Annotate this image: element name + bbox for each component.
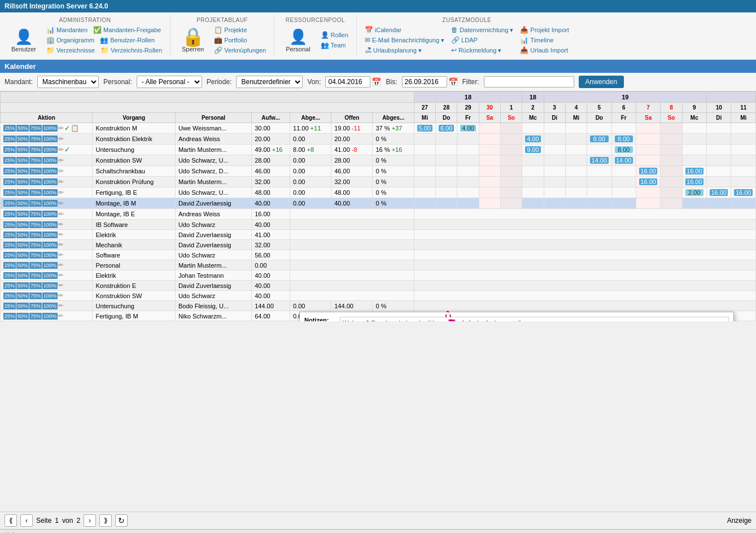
table-row[interactable]: 25% 50% 75% 100% ✏ Montage, IB E Andreas… [1, 209, 756, 220]
cal-mi2 [565, 123, 587, 134]
table-row[interactable]: 25%50%75%100%✏ ElektrikJohan Testmann40.… [1, 270, 756, 281]
table-row[interactable]: 25%50%75%100%✏ PersonalMartin Musterm...… [1, 260, 756, 270]
table-row[interactable]: 25%50%75%100%✏ Konstruktion EDavid Zuver… [1, 281, 756, 291]
table-row[interactable]: 25% 50% 75% 100% ✏ Konstruktion SW Udo S… [1, 155, 756, 166]
calendar-small-icon[interactable]: 📋 [71, 124, 79, 132]
table-row[interactable]: 25% 50% 75% 100% ✏ Montage, IB M David Z… [1, 198, 756, 209]
table-row[interactable]: 25%50%75%100%✏ UntersuchungBodo Fleissig… [1, 301, 756, 311]
ribbon-section-projektablauf: PROJEKTABLAUF 🔒 Sperren 📋 Projekte 💼 Por… [171, 15, 274, 57]
icon-100c[interactable]: 100% [42, 146, 58, 153]
bis-calendar-icon[interactable]: 📅 [448, 77, 458, 86]
table-row[interactable]: 25%50%75%100%✏ ElektrikDavid Zuverlaessi… [1, 230, 756, 240]
table-row[interactable]: 25% 50% 75% 100% ✏ ✓ Untersuchung Martin… [1, 145, 756, 155]
ribbon-item-personal[interactable]: 👤 Personal [281, 25, 314, 55]
ribbon-link-benutzer-rollen[interactable]: 👥 Benutzer-Rollen [99, 36, 156, 45]
ribbon-link-ldap[interactable]: 🔗 LDAP [450, 36, 479, 45]
last-page-button[interactable]: ⟫ [99, 514, 112, 527]
personal-select[interactable]: - Alle Personal - [137, 76, 202, 88]
ribbon-link-daten[interactable]: 🗑 Datenvernichtung ▾ [450, 25, 514, 34]
bis-date-input[interactable] [402, 76, 447, 88]
edit-icon-3[interactable]: ✏ [58, 146, 64, 154]
personal-cell: Andreas Weiss [175, 209, 251, 220]
ribbon-row-admin-1: 📊 Mandanten ✅ Mandanten-Freigabe [45, 25, 163, 34]
table-row[interactable]: 25% 50% 75% 100% ✏ Schaltschrankbau Udo … [1, 166, 756, 177]
icon-100[interactable]: 100% [42, 125, 58, 132]
cal-value: 5.00 [417, 125, 432, 132]
ribbon-row-projekt-2: 💼 Portfolio [213, 36, 267, 45]
icon-75d[interactable]: 75% [29, 157, 42, 164]
apply-button[interactable]: Anwenden [579, 76, 624, 88]
periode-select[interactable]: Benutzerdefinier [236, 76, 303, 88]
icon-50[interactable]: 50% [16, 125, 29, 132]
table-scroll[interactable]: 18 18 19 27 28 29 30 1 2 3 4 5 6 7 8 9 [0, 91, 756, 321]
ribbon-link-projekt-import[interactable]: 📥 Projekt Import [519, 25, 570, 34]
icon-75b[interactable]: 75% [29, 136, 42, 142]
icon-100b[interactable]: 100% [42, 136, 58, 142]
von-date-input[interactable] [325, 76, 370, 88]
action-icons-5: 25% 50% 75% 100% ✏ [3, 167, 89, 175]
icon-50b[interactable]: 50% [16, 136, 29, 142]
icon-50c[interactable]: 50% [16, 146, 29, 153]
table-row[interactable]: 25% 50% 75% 100% ✏ Fertigung, IB E Udo S… [1, 187, 756, 198]
ribbon-item-benutzer[interactable]: 👤 Benutzer [7, 25, 41, 55]
ribbon-link-mandanten-freigabe[interactable]: ✅ Mandanten-Freigabe [92, 25, 162, 34]
cal-val: 8.00 [590, 136, 608, 142]
ribbon-link-rueckmeldung[interactable]: ↩ Rückmeldung ▾ [450, 46, 502, 55]
ribbon-row-zusatz-7: 📥 Projekt Import [519, 25, 570, 34]
cal-di1 [544, 123, 565, 134]
table-row[interactable]: 25% 50% 75% 100% ✏ Konstruktion Elektrik… [1, 134, 756, 145]
icon-25b[interactable]: 25% [3, 136, 16, 142]
ribbon-link-projekte[interactable]: 📋 Projekte [213, 25, 248, 34]
table-row[interactable]: 25% 50% 75% 100% ✏ ✓ 📋 Konstruktion M Uw… [1, 123, 756, 134]
edit-pencil-icon-2[interactable]: ✏ [58, 135, 64, 143]
notizen-text[interactable]: Weitere 6 Stunden sind noch nötig, um di… [340, 317, 729, 321]
icon-100d[interactable]: 100% [42, 157, 58, 164]
icon-25[interactable]: 25% [3, 125, 16, 132]
ribbon-link-verzeichnis-rollen[interactable]: 📁 Verzeichnis-Rollen [99, 46, 163, 55]
icon-25d[interactable]: 25% [3, 157, 16, 164]
ribbon-link-urlaubsplanung[interactable]: 🏖 Urlaubsplanung ▾ [364, 46, 423, 55]
icon-75c[interactable]: 75% [29, 146, 42, 153]
ribbon-item-sperren[interactable]: 🔒 Sperren [177, 25, 208, 55]
table-row[interactable]: 25%50%75%100%✏ MechanikDavid Zuverlaessi… [1, 240, 756, 250]
date-5: 5 [587, 103, 611, 113]
table-row[interactable]: 25%50%75%100%✏ Konstruktion SWUdo Schwar… [1, 291, 756, 301]
ribbon-link-verknuepfungen[interactable]: 🔗 Verknüpfungen [213, 46, 267, 55]
ribbon-link-timeline[interactable]: 📊 Timeline [519, 36, 554, 45]
filter-input[interactable] [484, 76, 574, 88]
ribbon-link-portfolio[interactable]: 💼 Portfolio [213, 36, 248, 45]
notizen-label: Notizen: [304, 317, 335, 321]
user-icon: 👤 [15, 28, 33, 46]
ribbon-section-title-admin: ADMINISTRATION [59, 17, 111, 23]
cal-value: 4.00 [460, 125, 475, 132]
prev-page-button[interactable]: ‹ [20, 514, 33, 527]
edit-icon-4[interactable]: ✏ [58, 156, 64, 164]
first-page-button[interactable]: ⟪ [5, 514, 17, 527]
ribbon-link-rollen[interactable]: 👤 Rollen [320, 30, 349, 40]
check-icon-3[interactable]: ✓ [64, 146, 70, 154]
table-row[interactable]: 25% 50% 75% 100% ✏ Konstruktion Prüfung … [1, 177, 756, 187]
icon-75[interactable]: 75% [29, 125, 42, 132]
refresh-button[interactable]: ↻ [115, 514, 128, 527]
von-calendar-icon[interactable]: 📅 [372, 77, 381, 86]
cal-c2 [436, 134, 457, 145]
mandant-select[interactable]: Maschinenbau [37, 76, 99, 88]
anzeige-label: Anzeige [727, 517, 751, 525]
ribbon-link-verzeichnisse[interactable]: 📁 Verzeichnisse [45, 46, 96, 55]
ribbon-personal-label: Personal [286, 46, 310, 53]
next-page-button[interactable]: › [84, 514, 96, 527]
ribbon-link-organigramm[interactable]: 🏢 Organigramm [45, 36, 95, 45]
main-content: 18 18 19 27 28 29 30 1 2 3 4 5 6 7 8 9 [0, 91, 756, 512]
icon-50d[interactable]: 50% [16, 157, 29, 164]
edit-pencil-icon[interactable]: ✏ [58, 124, 64, 132]
ribbon-link-team[interactable]: 👥 Team [320, 41, 347, 50]
ribbon-link-email[interactable]: ✉ E-Mail Benachrichtigung ▾ [364, 36, 445, 45]
ribbon-link-mandanten[interactable]: 📊 Mandanten [45, 25, 89, 34]
abges-cell: 37 % +37 [373, 123, 414, 134]
ribbon-link-icalendar[interactable]: 📅 iCalendar [364, 25, 403, 34]
ribbon-link-urlaub-import[interactable]: 📥 Urlaub Import [519, 46, 569, 55]
table-row[interactable]: 25%50%75%100%✏ SoftwareUdo Schwarz56.00 [1, 250, 756, 260]
icon-25c[interactable]: 25% [3, 146, 16, 153]
check-mark-icon[interactable]: ✓ [64, 124, 70, 132]
table-row[interactable]: 25%50%75%100%✏ IB SoftwareUdo Schwarz40.… [1, 220, 756, 230]
